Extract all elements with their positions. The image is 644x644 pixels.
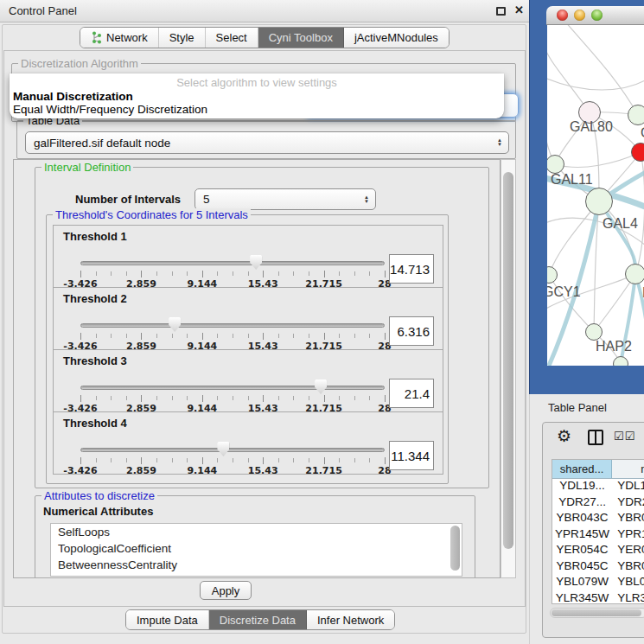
attribute-item-betweennesscentrality[interactable]: BetweennessCentrality [51, 557, 462, 573]
network-node-ga[interactable] [628, 105, 644, 125]
tab-cyni-toolbox[interactable]: Cyni Toolbox [258, 28, 344, 48]
tick-mark [339, 458, 340, 462]
table-data-combobox[interactable]: galFiltered.sif default node ▲▼ [25, 131, 509, 154]
attribute-item-topologicalcoefficient[interactable]: TopologicalCoefficient [51, 540, 462, 557]
apply-button[interactable]: Apply [200, 581, 252, 600]
threshold-slider-thumb-3[interactable] [315, 379, 327, 394]
columns-icon[interactable] [588, 430, 603, 445]
tick-mark [309, 334, 309, 338]
tick-mark [217, 396, 218, 400]
network-node-hap2[interactable] [585, 323, 603, 341]
threshold-value-input-4[interactable]: 11.344 [389, 441, 434, 470]
bottom-tab-infer-network[interactable]: Infer Network [307, 610, 394, 629]
tab-style[interactable]: Style [159, 28, 206, 48]
tick-mark [187, 334, 188, 338]
settings-scroll-viewport: Interval Definition Number of Intervals … [13, 159, 501, 578]
number-of-intervals-combobox[interactable]: 5 ▲▼ [194, 188, 376, 210]
threshold-value-input-1[interactable]: 14.713 [389, 254, 434, 284]
attribute-item-selfloops[interactable]: SelfLoops [51, 524, 462, 540]
tab-network-label: Network [106, 31, 148, 44]
table-horizontal-scrollbar[interactable] [550, 608, 644, 618]
checked-checkboxes-icon[interactable]: ☑☑ [614, 430, 635, 443]
tick-mark [354, 271, 355, 276]
gear-icon[interactable]: ⚙ [557, 426, 571, 446]
column-header-name[interactable]: name [612, 460, 644, 478]
tick-mark [369, 271, 370, 276]
close-icon[interactable]: ✕ [514, 3, 524, 16]
network-node[interactable] [613, 356, 628, 366]
cell-name: YBL079W [612, 575, 644, 591]
threshold-slider-thumb-2[interactable] [169, 317, 181, 332]
tick-mark [248, 458, 249, 462]
tick-label: 21.715 [305, 465, 341, 476]
tick-mark [385, 271, 386, 277]
attributes-list-scrollbar[interactable] [450, 526, 460, 573]
node-table[interactable]: shared... name YDL19...YDL19...YDR27...Y… [552, 459, 644, 604]
network-window-titlebar[interactable] [546, 6, 644, 25]
network-canvas[interactable]: GAL80GACGAL11GAL4GCY1HHAP2 [547, 25, 644, 366]
tab-select[interactable]: Select [206, 28, 258, 48]
table-row[interactable]: YLR345WYLR345W [552, 591, 644, 605]
tick-mark [354, 458, 355, 462]
table-row[interactable]: YDL19...YDL19... [552, 479, 644, 495]
algorithm-option-manual[interactable]: Manual Discretization [13, 90, 133, 103]
tick-mark [369, 334, 370, 338]
threshold-slider-thumb-4[interactable] [217, 442, 229, 456]
tick-mark [187, 458, 188, 462]
cell-shared-name: YBR043C [552, 511, 612, 527]
threshold-value-input-3[interactable]: 21.4 [389, 379, 434, 408]
tick-mark [111, 271, 112, 276]
threshold-row-1: Threshold 1-3.4262.8599.14415.4321.71528… [53, 225, 443, 288]
tab-network[interactable]: Network [80, 28, 159, 48]
tick-mark [80, 395, 81, 402]
zoom-traffic-light[interactable] [591, 10, 603, 21]
tick-mark [126, 458, 127, 462]
tick-mark [141, 457, 142, 464]
numerical-attributes-list: SelfLoopsTopologicalCoefficientBetweenne… [50, 523, 462, 577]
number-of-intervals-label: Number of Intervals [75, 193, 181, 206]
cell-name: YBR045C [612, 559, 644, 576]
bottom-tab-discretize-data[interactable]: Discretize Data [209, 610, 307, 629]
tab-jactivemnodules[interactable]: jActiveMNodules [344, 28, 449, 48]
combo-spinner-icon: ▲▼ [497, 138, 502, 147]
tick-mark [217, 271, 218, 276]
tick-mark [263, 457, 264, 464]
threshold-slider-track-4[interactable] [80, 448, 385, 452]
algorithm-option-equal-width[interactable]: Equal Width/Frequency Discretization [13, 103, 207, 116]
tick-mark [156, 271, 157, 276]
column-header-shared-name[interactable]: shared... [552, 460, 612, 478]
threshold-slider-track-1[interactable] [80, 261, 385, 265]
float-icon[interactable] [496, 7, 506, 16]
table-row[interactable]: YDR27...YDR27... [552, 495, 644, 512]
threshold-slider-thumb-1[interactable] [250, 255, 262, 270]
tick-mark [80, 333, 81, 340]
discretization-algorithm-group-title: Discretization Algorithm [18, 57, 141, 70]
minimize-traffic-light[interactable] [574, 10, 585, 21]
table-row[interactable]: YER054CYER054C [552, 543, 644, 559]
tick-mark [172, 334, 173, 338]
threshold-slider-track-3[interactable] [80, 386, 385, 390]
threshold-value-input-2[interactable]: 6.316 [389, 316, 434, 346]
tick-mark [293, 396, 294, 400]
close-traffic-light[interactable] [557, 10, 568, 21]
cell-shared-name: YER054C [552, 543, 612, 559]
table-row[interactable]: YPR145WYPR145W [552, 527, 644, 544]
table-row[interactable]: YBL079WYBL079W [552, 575, 644, 591]
tick-mark [111, 334, 112, 338]
network-node-gal4[interactable] [585, 188, 613, 215]
threshold-coordinates-group: Threshold's Coordinates for 5 Intervals … [46, 214, 449, 484]
table-row[interactable]: YBR045CYBR045C [552, 559, 644, 576]
network-node-h[interactable] [625, 264, 644, 284]
cell-name: YDR27... [612, 495, 644, 512]
bottom-tab-impute-data[interactable]: Impute Data [126, 610, 209, 629]
tick-mark [96, 396, 97, 400]
network-node-c[interactable] [631, 143, 644, 162]
tick-mark [96, 271, 97, 276]
tab-cyni-toolbox-label: Cyni Toolbox [269, 31, 333, 44]
settings-vertical-scrollbar[interactable] [501, 159, 516, 578]
threshold-slider-track-2[interactable] [80, 323, 385, 328]
bottom-tab-discretize-data-label: Discretize Data [220, 614, 296, 627]
tick-mark [156, 396, 157, 400]
top-tab-bar: NetworkStyleSelectCyni ToolboxjActiveMNo… [80, 27, 450, 48]
table-row[interactable]: YBR043CYBR043C [552, 511, 644, 527]
